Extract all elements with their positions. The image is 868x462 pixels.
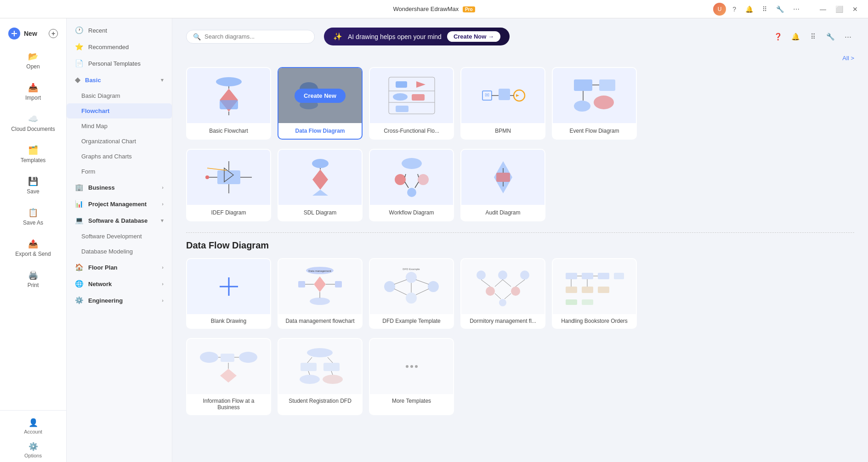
nav-recent[interactable]: 🕐 Recent	[67, 22, 172, 39]
ai-banner: ✨ AI drawing helps open your mind Create…	[324, 28, 510, 45]
svg-point-72	[406, 272, 417, 283]
template-info-flow-label: Information Flow at a Business	[187, 394, 270, 414]
template-more-label: More Templates	[370, 394, 453, 408]
template-cards-row1: Blank Drawing Data management	[186, 258, 854, 329]
sidebar-item-print[interactable]: 🖨️ Print	[3, 265, 63, 294]
nav-recommended[interactable]: ⭐ Recommended	[67, 39, 172, 55]
card-label-data-flow: Data Flow Diagram	[278, 123, 362, 139]
create-now-button[interactable]: Create Now →	[447, 31, 500, 42]
card-audit[interactable]: Audit Diagram	[460, 149, 545, 221]
svg-point-40	[205, 175, 209, 179]
open-label: Open	[26, 63, 40, 70]
template-more[interactable]: More Templates	[369, 338, 454, 415]
svg-point-29	[594, 96, 614, 109]
nav-personal[interactable]: 📄 Personal Templates	[67, 55, 172, 72]
sidebar-item-account[interactable]: 👤 Account	[0, 414, 66, 438]
help-icon[interactable]: ?	[730, 5, 739, 14]
template-bookstore-label: Handling Bookstore Orders	[553, 314, 636, 328]
nav-project-mgmt[interactable]: 📊 Project Management ›	[67, 196, 172, 212]
card-label-bpmn: BPMN	[461, 123, 545, 139]
minimize-button[interactable]: —	[817, 5, 829, 14]
card-preview-audit	[461, 150, 545, 205]
help-tb-icon[interactable]: ❓	[772, 30, 784, 43]
close-button[interactable]: ✕	[850, 5, 861, 14]
card-sdl[interactable]: SDL Diagram	[278, 149, 363, 221]
sidebar-item-open[interactable]: 📂 Open	[3, 46, 63, 75]
nav-graphs[interactable]: Graphs and Charts	[67, 149, 172, 164]
card-preview-bpmn: ✉	[461, 68, 545, 123]
more-tb-icon[interactable]: ⋯	[841, 30, 854, 43]
card-event-flow[interactable]: Event Flow Diagram	[552, 67, 637, 140]
svg-point-110	[239, 352, 257, 363]
bell-tb-icon[interactable]: 🔔	[789, 30, 802, 43]
basic-icon: ◆	[75, 76, 80, 84]
sidebar-item-options[interactable]: ⚙️ Options	[0, 438, 66, 462]
app-body: New + 📂 Open 📥 Import ☁️ Cloud Documents…	[0, 18, 868, 462]
template-student-reg[interactable]: Student Registration DFD	[278, 338, 363, 415]
nav-personal-label: Personal Templates	[88, 60, 141, 67]
template-data-mgmt[interactable]: Data management Data management flowchar…	[278, 258, 363, 329]
search-input[interactable]	[204, 33, 308, 40]
new-plus-icon[interactable]: +	[49, 29, 58, 38]
all-link[interactable]: All >	[842, 55, 854, 62]
settings-icon[interactable]: 🔧	[773, 5, 787, 14]
nav-org-chart[interactable]: Organizational Chart	[67, 134, 172, 149]
nav-engineering[interactable]: ⚙️ Engineering ›	[67, 292, 172, 309]
sidebar-item-save[interactable]: 💾 Save	[3, 171, 63, 200]
nav-floor-plan[interactable]: 🏠 Floor Plan ›	[67, 259, 172, 276]
template-dormitory[interactable]: Dormitory management fl...	[460, 258, 545, 329]
nav-form[interactable]: Form	[67, 164, 172, 179]
card-workflow[interactable]: Workflow Diagram	[369, 149, 454, 221]
export-icon: 📤	[28, 239, 38, 249]
business-icon: 🏢	[75, 183, 84, 192]
card-bpmn[interactable]: ✉ BPMN	[460, 67, 545, 140]
template-dfd-example[interactable]: DFD Example DFD Example Template	[369, 258, 454, 329]
card-idef[interactable]: IDEF Diagram	[186, 149, 271, 221]
svg-rect-15	[396, 81, 407, 88]
nav-flowchart[interactable]: Flowchart	[67, 103, 172, 118]
sidebar-item-new[interactable]: New +	[3, 23, 63, 44]
nav-software[interactable]: 💻 Software & Database ▾	[67, 212, 172, 229]
nav-mind-map[interactable]: Mind Map	[67, 118, 172, 134]
sidebar-item-cloud[interactable]: ☁️ Cloud Documents	[3, 108, 63, 138]
search-box[interactable]: 🔍	[186, 30, 315, 44]
nav-network-label: Network	[88, 281, 112, 287]
top-bar-right-icons: ❓ 🔔 ⠿ 🔧 ⋯	[772, 30, 854, 43]
tools-tb-icon[interactable]: 🔧	[824, 30, 837, 43]
sidebar-item-import[interactable]: 📥 Import	[3, 77, 63, 107]
nav-business[interactable]: 🏢 Business ›	[67, 179, 172, 196]
svg-rect-95	[582, 273, 593, 279]
nav-network[interactable]: 🌐 Network ›	[67, 276, 172, 292]
card-data-flow-diagram[interactable]: Create New Data Flow Diagram Data Flow D…	[278, 67, 363, 140]
card-basic-flowchart[interactable]: Basic Flowchart	[186, 67, 271, 140]
svg-marker-43	[312, 190, 328, 196]
apps-icon[interactable]: ⠿	[760, 5, 770, 14]
nav-db-modeling[interactable]: Database Modeling	[67, 244, 172, 259]
sidebar-item-save-as[interactable]: 📋 Save As	[3, 202, 63, 231]
template-bookstore[interactable]: Handling Bookstore Orders	[552, 258, 637, 329]
template-blank[interactable]: Blank Drawing	[186, 258, 271, 329]
sidebar-item-templates[interactable]: 🗂️ Templates	[3, 140, 63, 169]
svg-rect-19	[396, 106, 408, 112]
more-icon[interactable]: ⋯	[790, 5, 802, 14]
options-icon: ⚙️	[28, 442, 38, 451]
svg-rect-117	[301, 363, 317, 371]
bell-icon[interactable]: 🔔	[743, 5, 756, 14]
sidebar-item-export[interactable]: 📤 Export & Send	[3, 233, 63, 263]
nav-basic[interactable]: ◆ Basic ▾	[67, 72, 172, 88]
apps-tb-icon[interactable]: ⠿	[806, 30, 819, 43]
svg-point-74	[406, 293, 417, 304]
svg-rect-1	[11, 33, 17, 34]
card-cross-functional[interactable]: Cross-Functional Flo...	[369, 67, 454, 140]
svg-rect-97	[614, 273, 624, 279]
nav-software-dev[interactable]: Software Development	[67, 229, 172, 244]
maximize-button[interactable]: ⬜	[833, 5, 846, 14]
blank-preview	[187, 259, 270, 314]
svg-point-45	[402, 158, 422, 169]
svg-point-84	[486, 287, 495, 296]
create-new-button[interactable]: Create New	[295, 89, 346, 103]
import-label: Import	[25, 95, 41, 101]
nav-basic-diagram[interactable]: Basic Diagram	[67, 88, 172, 103]
template-info-flow[interactable]: Information Flow at a Business	[186, 338, 271, 415]
avatar[interactable]: U	[713, 3, 726, 16]
